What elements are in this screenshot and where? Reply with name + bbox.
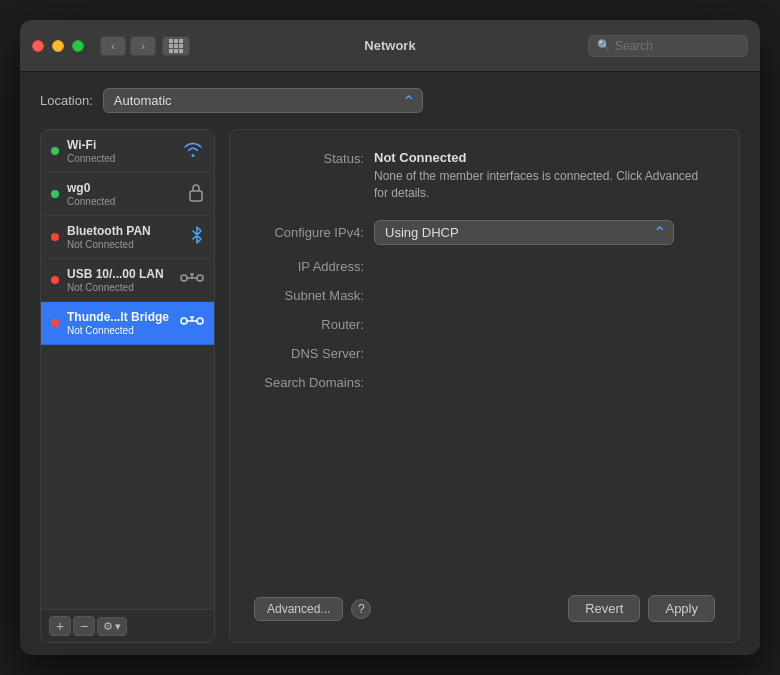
dns-server-row: DNS Server: — [254, 346, 715, 361]
close-button[interactable] — [32, 40, 44, 52]
search-bar[interactable]: 🔍 — [588, 35, 748, 57]
net-status-wg0: Connected — [67, 196, 184, 207]
grid-button[interactable] — [162, 36, 190, 56]
subnet-mask-label: Subnet Mask: — [254, 288, 364, 303]
gear-menu-button[interactable]: ⚙ ▾ — [97, 617, 127, 636]
sidebar-item-wg0[interactable]: wg0 Connected — [41, 173, 214, 216]
sidebar-toolbar: + − ⚙ ▾ — [41, 609, 214, 642]
status-dot-usb — [51, 276, 59, 284]
revert-button[interactable]: Revert — [568, 595, 640, 622]
detail-spacer — [254, 404, 715, 595]
net-status-usb: Not Connected — [67, 282, 176, 293]
status-label: Status: — [254, 150, 364, 166]
net-status-bluetooth: Not Connected — [67, 239, 186, 250]
nav-buttons: ‹ › — [100, 36, 156, 56]
status-value: Not Connected — [374, 150, 715, 165]
net-status-thunderbolt: Not Connected — [67, 325, 176, 336]
content-area: Location: Automatic ⌃ Wi-Fi Connec — [20, 72, 760, 655]
status-value-container: Not Connected None of the member interfa… — [374, 150, 715, 202]
minimize-button[interactable] — [52, 40, 64, 52]
grid-icon — [169, 39, 183, 53]
search-icon: 🔍 — [597, 39, 611, 52]
sidebar-item-bluetooth[interactable]: Bluetooth PAN Not Connected — [41, 216, 214, 259]
back-button[interactable]: ‹ — [100, 36, 126, 56]
configure-value-container: Using DHCP ⌃ — [374, 220, 715, 245]
router-label: Router: — [254, 317, 364, 332]
configure-select-wrapper: Using DHCP ⌃ — [374, 220, 674, 245]
location-select[interactable]: Automatic — [103, 88, 423, 113]
sidebar-item-usb[interactable]: USB 10/...00 LAN Not Connected — [41, 259, 214, 302]
usb-icon — [180, 271, 204, 289]
advanced-button[interactable]: Advanced... — [254, 597, 343, 621]
configure-ipv4-row: Configure IPv4: Using DHCP ⌃ — [254, 220, 715, 245]
help-button[interactable]: ? — [351, 599, 371, 619]
apply-button[interactable]: Apply — [648, 595, 715, 622]
status-dot-thunderbolt — [51, 319, 59, 327]
sidebar-list: Wi-Fi Connected — [41, 130, 214, 609]
net-name-wifi: Wi-Fi — [67, 138, 178, 152]
ip-address-row: IP Address: — [254, 259, 715, 274]
maximize-button[interactable] — [72, 40, 84, 52]
configure-label: Configure IPv4: — [254, 225, 364, 240]
titlebar: ‹ › Network 🔍 — [20, 20, 760, 72]
advanced-help-section: Advanced... ? — [254, 597, 371, 621]
search-domains-label: Search Domains: — [254, 375, 364, 390]
lock-icon — [188, 182, 204, 206]
svg-rect-0 — [190, 191, 202, 201]
net-name-bluetooth: Bluetooth PAN — [67, 224, 186, 238]
configure-ipv4-select[interactable]: Using DHCP — [374, 220, 674, 245]
net-status-wifi: Connected — [67, 153, 178, 164]
window-title: Network — [364, 38, 415, 53]
traffic-lights — [32, 40, 84, 52]
remove-network-button[interactable]: − — [73, 616, 95, 636]
svg-point-7 — [197, 318, 203, 324]
sidebar: Wi-Fi Connected — [40, 129, 215, 643]
location-label: Location: — [40, 93, 93, 108]
forward-button[interactable]: › — [130, 36, 156, 56]
net-name-thunderbolt: Thunde...lt Bridge — [67, 310, 176, 324]
action-buttons: Revert Apply — [568, 595, 715, 622]
search-domains-row: Search Domains: — [254, 375, 715, 390]
location-bar: Location: Automatic ⌃ — [40, 88, 740, 113]
chevron-down-icon: ▾ — [115, 620, 121, 633]
detail-bottom-bar: Advanced... ? Revert Apply — [254, 595, 715, 622]
main-panel: Wi-Fi Connected — [40, 129, 740, 643]
svg-point-1 — [181, 275, 187, 281]
sidebar-item-wifi[interactable]: Wi-Fi Connected — [41, 130, 214, 173]
search-input[interactable] — [615, 39, 739, 53]
dns-label: DNS Server: — [254, 346, 364, 361]
subnet-mask-row: Subnet Mask: — [254, 288, 715, 303]
thunder-icon — [180, 314, 204, 332]
net-name-usb: USB 10/...00 LAN — [67, 267, 176, 281]
status-row: Status: Not Connected None of the member… — [254, 150, 715, 202]
status-description: None of the member interfaces is connect… — [374, 168, 715, 202]
router-row: Router: — [254, 317, 715, 332]
svg-point-6 — [181, 318, 187, 324]
add-network-button[interactable]: + — [49, 616, 71, 636]
detail-panel: Status: Not Connected None of the member… — [229, 129, 740, 643]
wifi-icon — [182, 141, 204, 161]
main-window: ‹ › Network 🔍 Location: Automatic ⌃ — [20, 20, 760, 655]
svg-point-2 — [197, 275, 203, 281]
gear-icon: ⚙ — [103, 620, 113, 633]
net-name-wg0: wg0 — [67, 181, 184, 195]
bluetooth-icon — [190, 225, 204, 249]
status-dot-wg0 — [51, 190, 59, 198]
location-select-wrapper: Automatic ⌃ — [103, 88, 423, 113]
status-dot-wifi — [51, 147, 59, 155]
status-dot-bluetooth — [51, 233, 59, 241]
sidebar-item-thunderbolt[interactable]: Thunde...lt Bridge Not Connected — [41, 302, 214, 345]
ip-address-label: IP Address: — [254, 259, 364, 274]
